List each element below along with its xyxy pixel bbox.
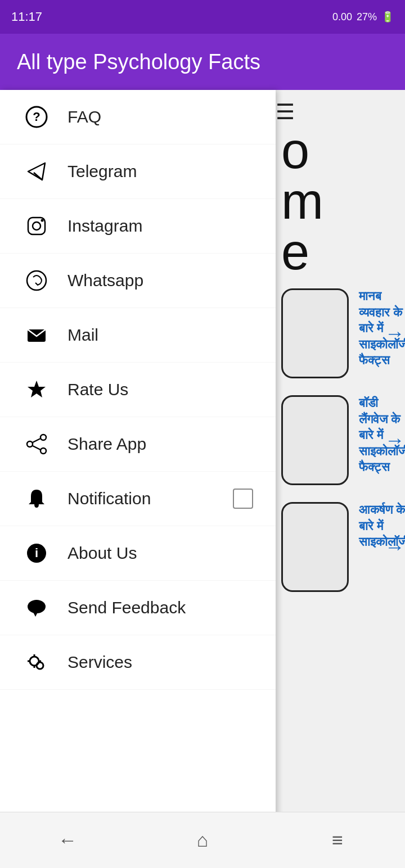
- home-text-area: ☰ ome: [270, 96, 405, 283]
- telegram-label: Telegram: [68, 162, 253, 181]
- card-2[interactable]: [281, 395, 349, 485]
- nav-bar: ← ⌂ ≡: [0, 812, 405, 868]
- svg-marker-2: [28, 163, 45, 180]
- main-container: ☰ ome मानब व्यवहार के बारे में साइकोलॉजी…: [0, 90, 405, 868]
- notification-icon: [22, 487, 51, 510]
- menu-list: ?FAQTelegramInstagramWhatsappMailRate Us…: [0, 90, 276, 690]
- svg-point-12: [27, 441, 33, 447]
- faq-label: FAQ: [68, 107, 253, 126]
- instagram-label: Instagram: [68, 216, 253, 236]
- svg-line-13: [33, 438, 40, 442]
- app-header: All type Psychology Facts: [0, 34, 405, 90]
- sendfeedback-icon: [22, 596, 51, 619]
- rateus-icon: [22, 378, 51, 401]
- whatsapp-label: Whatsapp: [68, 271, 253, 290]
- services-icon: [22, 651, 51, 673]
- mail-label: Mail: [68, 326, 253, 345]
- svg-point-20: [37, 662, 43, 669]
- sidebar: ?FAQTelegramInstagramWhatsappMailRate Us…: [0, 90, 276, 868]
- status-time: 11:17: [11, 10, 42, 24]
- hamburger-icon[interactable]: ☰: [276, 101, 295, 123]
- card-area: मानब व्यवहार के बारे में साइकोलॉजी फैक्ट…: [270, 283, 405, 598]
- status-right: 0.00 27% 🔋: [332, 11, 394, 23]
- home-button[interactable]: ⌂: [180, 824, 225, 857]
- menu-item-shareapp[interactable]: Share App: [0, 417, 276, 472]
- svg-point-17: [28, 600, 46, 613]
- notification-checkbox[interactable]: [233, 489, 253, 509]
- card-row-2: बॉडी लैंगवेज के बारे में साइकोलॉजी फैक्ट…: [276, 395, 399, 485]
- app-title: All type Psychology Facts: [17, 50, 260, 74]
- aboutus-label: About Us: [68, 544, 253, 563]
- rateus-label: Rate Us: [68, 380, 253, 399]
- status-bar: 11:17 0.00 27% 🔋: [0, 0, 405, 34]
- battery-percent: 27%: [357, 11, 377, 23]
- svg-point-6: [41, 219, 44, 222]
- mail-icon: [22, 324, 51, 346]
- svg-marker-9: [28, 381, 46, 397]
- battery-icon: 🔋: [381, 11, 394, 23]
- card-3[interactable]: [281, 502, 349, 592]
- menu-item-instagram[interactable]: Instagram: [0, 199, 276, 254]
- card-3-arrow[interactable]: →: [385, 535, 405, 559]
- card-2-arrow[interactable]: →: [385, 428, 405, 452]
- card-1-arrow[interactable]: →: [385, 322, 405, 345]
- svg-point-11: [40, 448, 46, 454]
- notification-label: Notification: [68, 489, 233, 508]
- sendfeedback-label: Send Feedback: [68, 598, 253, 617]
- menu-item-aboutus[interactable]: iAbout Us: [0, 526, 276, 581]
- faq-icon: ?: [22, 106, 51, 128]
- telegram-icon: [22, 160, 51, 183]
- whatsapp-icon: [22, 269, 51, 292]
- card-row-1: मानब व्यवहार के बारे में साइकोलॉजी फैक्ट…: [276, 288, 399, 378]
- svg-point-7: [27, 271, 46, 290]
- card-1[interactable]: [281, 288, 349, 378]
- aboutus-icon: i: [22, 542, 51, 564]
- shareapp-icon: [22, 433, 51, 455]
- menu-item-rateus[interactable]: Rate Us: [0, 363, 276, 417]
- svg-text:i: i: [35, 546, 38, 560]
- data-speed: 0.00: [332, 11, 352, 23]
- menu-item-services[interactable]: Services: [0, 635, 276, 690]
- instagram-icon: [22, 215, 51, 237]
- home-letters: ome: [276, 125, 321, 277]
- menu-item-whatsapp[interactable]: Whatsapp: [0, 254, 276, 308]
- svg-point-10: [40, 435, 46, 440]
- menu-item-mail[interactable]: Mail: [0, 308, 276, 363]
- shareapp-label: Share App: [68, 435, 253, 454]
- services-label: Services: [68, 653, 253, 672]
- right-panel: ☰ ome मानब व्यवहार के बारे में साइकोलॉजी…: [270, 90, 405, 868]
- menu-item-sendfeedback[interactable]: Send Feedback: [0, 581, 276, 635]
- back-button[interactable]: ←: [45, 824, 90, 857]
- svg-line-14: [33, 446, 40, 450]
- svg-marker-18: [33, 612, 38, 617]
- menu-item-telegram[interactable]: Telegram: [0, 144, 276, 199]
- svg-point-5: [33, 222, 40, 230]
- menu-item-notification[interactable]: Notification: [0, 472, 276, 526]
- svg-text:?: ?: [33, 110, 40, 124]
- menu-button[interactable]: ≡: [315, 824, 360, 857]
- card-row-3: आकर्षण के बारे में साइकोलॉजी →: [276, 502, 399, 592]
- menu-item-faq[interactable]: ?FAQ: [0, 90, 276, 144]
